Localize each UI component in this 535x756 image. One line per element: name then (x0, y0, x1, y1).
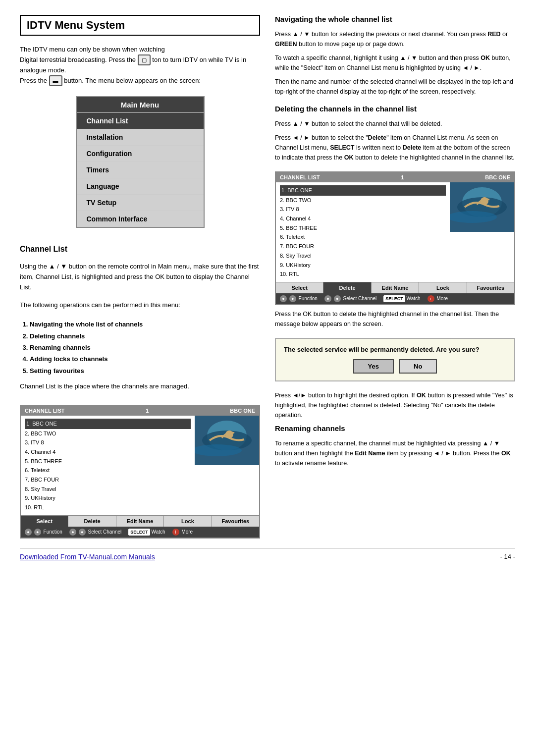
channel-list-buttons-1: Select Delete Edit Name Lock Favourites (21, 515, 259, 527)
page-footer: Downloaded From TV-Manual.com Manuals - … (20, 548, 515, 561)
ch2-header-mid: 1 (401, 174, 404, 180)
menu-item-common-interface[interactable]: Common Interface (77, 211, 204, 227)
func-icon-1: ● (25, 529, 32, 536)
confirm-dialog: The selected service will be permanently… (275, 338, 515, 381)
op-5: Setting favourites (30, 365, 260, 377)
channel-list-section-title: Channel List (20, 245, 260, 254)
btn2-delete[interactable]: Delete (323, 282, 371, 293)
channel-list-body1: Using the ▲ / ▼ button on the remote con… (20, 262, 260, 292)
ch-1[interactable]: 1. BBC ONE (25, 419, 191, 429)
rename-title: Renaming channels (275, 424, 515, 432)
tv-button-icon: ▢ (138, 54, 151, 66)
right-column: Navigating the whole channel list Press … (275, 15, 515, 539)
ch2-9[interactable]: 9. UKHistory (280, 261, 446, 270)
ch-header-mid: 1 (146, 408, 149, 414)
after-confirm-body: Press ◄/► button to highlight the desire… (275, 390, 515, 420)
func2-icon-2: ● (289, 295, 296, 302)
nav-whole-body: Press ▲ / ▼ button for selecting the pre… (275, 29, 515, 49)
ch2-6[interactable]: 6. Teletext (280, 232, 446, 242)
footer2-function: ● ● Function (280, 295, 318, 302)
channel-list-header-1: CHANNEL LIST 1 BBC ONE (21, 406, 259, 416)
menu-item-channel-list[interactable]: Channel List (77, 112, 204, 129)
btn-lock-1[interactable]: Lock (164, 516, 212, 527)
channel-names-2: 1. BBC ONE 2. BBC TWO 3. ITV 8 4. Channe… (276, 182, 450, 282)
channel-list-body-area-2: 1. BBC ONE 2. BBC TWO 3. ITV 8 4. Channe… (276, 182, 514, 282)
rename-body: To rename a specific channel, the channe… (275, 438, 515, 468)
ch-9[interactable]: 9. UKHistory (25, 493, 191, 503)
menu-item-installation[interactable]: Installation (77, 129, 204, 145)
ch2-4[interactable]: 4. Channel 4 (280, 214, 446, 223)
btn2-lock[interactable]: Lock (419, 282, 467, 293)
btn-editname-1[interactable]: Edit Name (116, 516, 164, 527)
menu-item-configuration[interactable]: Configuration (77, 145, 204, 162)
op-3: Renaming channels (30, 342, 260, 353)
footer2-more: i More (428, 295, 448, 302)
btn-delete-1[interactable]: Delete (68, 516, 116, 527)
main-menu-title: Main Menu (77, 97, 204, 112)
ch2-2[interactable]: 2. BBC TWO (280, 196, 446, 205)
btn-favourites-1[interactable]: Favourites (212, 516, 259, 527)
ch-2[interactable]: 2. BBC TWO (25, 429, 191, 438)
ch-4[interactable]: 4. Channel 4 (25, 447, 191, 457)
page-number: - 14 - (500, 553, 515, 560)
ch2-3[interactable]: 3. ITV 8 (280, 205, 446, 214)
footer-select-channel: ● ● Select Channel (69, 529, 121, 536)
footer2-watch: SELECT Watch (383, 295, 420, 302)
delete-body1: Press ▲ / ▼ button to select the channel… (275, 119, 515, 129)
channel-list-body-area: 1. BBC ONE 2. BBC TWO 3. ITV 8 4. Channe… (21, 416, 259, 515)
menu-button-icon: ▬ (49, 75, 62, 87)
after-delete-body: Press the OK button to delete the highli… (275, 309, 515, 329)
nav-whole-body3: Then the name and number of the selected… (275, 77, 515, 97)
nav-whole-body2: To watch a specific channel, highlight i… (275, 53, 515, 73)
ch-header-right: BBC ONE (230, 408, 255, 414)
delete-title: Deleting the channels in the channel lis… (275, 105, 515, 113)
select-badge: SELECT (128, 529, 150, 536)
page-title: IDTV Menu System (20, 15, 260, 36)
sel2-icon-1: ● (324, 295, 331, 302)
btn2-editname[interactable]: Edit Name (372, 282, 419, 293)
delete-body2: Press ◄ / ► button to select the "Delete… (275, 133, 515, 162)
confirm-buttons: Yes No (284, 359, 506, 374)
select-badge-2: SELECT (383, 295, 405, 302)
ch-6[interactable]: 6. Teletext (25, 466, 191, 475)
channel-list-footer-2: ● ● Function ● ● Select Channel SELECT W… (276, 293, 514, 304)
ch-10[interactable]: 10. RTL (25, 503, 191, 512)
func2-icon-1: ● (280, 295, 287, 302)
btn2-select[interactable]: Select (276, 282, 323, 293)
confirm-no-button[interactable]: No (399, 359, 437, 374)
ch2-8[interactable]: 8. Sky Travel (280, 251, 446, 261)
intro-para: The IDTV menu can only be shown when wat… (20, 45, 260, 86)
btn2-favourites[interactable]: Favourites (467, 282, 514, 293)
op-2: Deleting channels (30, 330, 260, 342)
channel-names-1: 1. BBC ONE 2. BBC TWO 3. ITV 8 4. Channe… (21, 416, 195, 515)
menu-item-language[interactable]: Language (77, 178, 204, 194)
channel-list-header-2: CHANNEL LIST 1 BBC ONE (276, 172, 514, 182)
confirm-yes-button[interactable]: Yes (353, 359, 394, 374)
channel-list-buttons-2: Select Delete Edit Name Lock Favourites (276, 282, 514, 293)
ch2-5[interactable]: 5. BBC THREE (280, 223, 446, 233)
channel-list-box-2: CHANNEL LIST 1 BBC ONE 1. BBC ONE 2. BBC… (275, 171, 515, 305)
ch2-7[interactable]: 7. BBC FOUR (280, 242, 446, 251)
menu-item-timers[interactable]: Timers (77, 162, 204, 178)
ch2-1[interactable]: 1. BBC ONE (280, 185, 446, 196)
ch-header-left: CHANNEL LIST (25, 408, 64, 414)
ch2-header-left: CHANNEL LIST (280, 174, 320, 180)
channel-list-footer-1: ● ● Function ● ● Select Channel SELECT W… (21, 527, 259, 538)
ch-3[interactable]: 3. ITV 8 (25, 438, 191, 447)
menu-item-tvsetup[interactable]: TV Setup (77, 194, 204, 211)
footer-watch: SELECT Watch (128, 529, 165, 536)
footer-link[interactable]: Downloaded From TV-Manual.com Manuals (20, 553, 155, 561)
more2-icon: i (428, 295, 434, 302)
footer-more: i More (172, 529, 193, 536)
ch2-header-right: BBC ONE (485, 174, 510, 180)
footer-function: ● ● Function (25, 529, 62, 536)
ch-7[interactable]: 7. BBC FOUR (25, 475, 191, 485)
channel-list-box-1: CHANNEL LIST 1 BBC ONE 1. BBC ONE 2. BBC… (20, 405, 260, 539)
btn-select-1[interactable]: Select (21, 516, 68, 527)
op-1: Navigating the whole list of channels (30, 319, 260, 330)
ch-5[interactable]: 5. BBC THREE (25, 457, 191, 466)
ch-8[interactable]: 8. Sky Travel (25, 485, 191, 494)
ch2-10[interactable]: 10. RTL (280, 270, 446, 279)
sel-icon-2: ● (79, 529, 86, 536)
channel-list-body3: Channel List is the place where the chan… (20, 381, 260, 392)
